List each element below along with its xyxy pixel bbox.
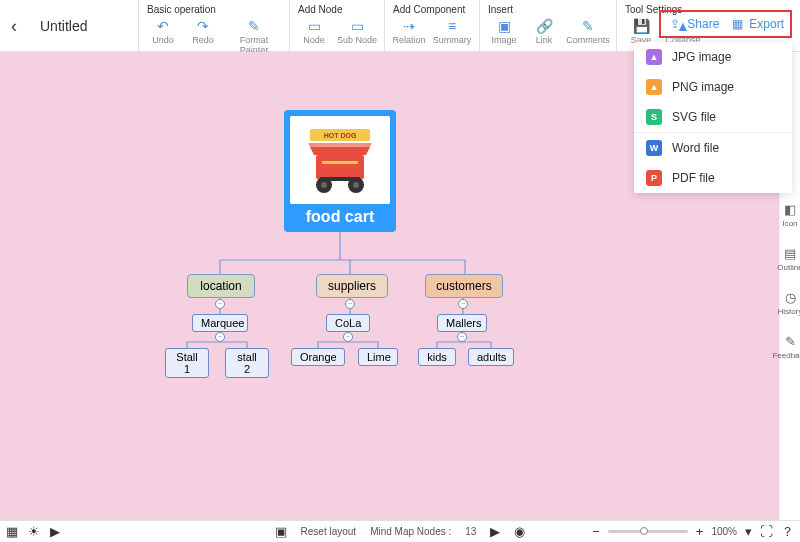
node-lime[interactable]: Lime bbox=[358, 348, 398, 366]
toolbar-group-add-component: Add Component ⇢Relation ≡Summary bbox=[384, 0, 479, 52]
statusbar: ▦ ☀ ▶ ▣ Reset layout Mind Map Nodes : 13… bbox=[0, 520, 800, 542]
share-export-bar: ⇪ Share ▦ Export bbox=[659, 10, 792, 38]
feedback-icon: ✎ bbox=[772, 334, 800, 349]
svg-rect-2 bbox=[316, 155, 364, 179]
export-png[interactable]: ▲PNG image bbox=[634, 72, 792, 102]
nodes-count: 13 bbox=[465, 526, 476, 537]
nodes-navigate-icon[interactable]: ▶ bbox=[490, 524, 500, 539]
node-button[interactable]: ▭Node bbox=[296, 17, 332, 45]
undo-button[interactable]: ↶Undo bbox=[145, 17, 181, 55]
root-image: HOT DOG bbox=[290, 116, 390, 204]
node-icon: ▭ bbox=[296, 17, 332, 35]
food-cart-icon: HOT DOG bbox=[300, 121, 380, 199]
word-icon: W bbox=[646, 140, 662, 156]
zoom-slider[interactable] bbox=[608, 530, 688, 533]
toolbar-group-basic: Basic operation ↶Undo ↷Redo ✎Format Pain… bbox=[138, 0, 289, 52]
node-marquee[interactable]: Marquee bbox=[192, 314, 248, 332]
node-kids[interactable]: kids bbox=[418, 348, 456, 366]
export-icon: ▦ bbox=[729, 16, 745, 32]
svg-rect-8 bbox=[320, 177, 360, 181]
svg-text:HOT DOG: HOT DOG bbox=[324, 132, 357, 139]
history-icon: ◷ bbox=[778, 290, 800, 305]
node-location[interactable]: location bbox=[187, 274, 255, 298]
svg-point-7 bbox=[353, 182, 359, 188]
export-svg[interactable]: SSVG file bbox=[634, 102, 792, 132]
comments-icon: ✎ bbox=[566, 17, 610, 35]
toolbar-group-label: Basic operation bbox=[145, 4, 283, 15]
collapse-toggle[interactable]: − bbox=[458, 299, 468, 309]
toolbar-group-label: Add Component bbox=[391, 4, 473, 15]
sidepanel-icon[interactable]: ◧Icon bbox=[782, 202, 797, 228]
topbar: ‹ Untitled Basic operation ↶Undo ↷Redo ✎… bbox=[0, 0, 800, 52]
image-icon: ▣ bbox=[486, 17, 522, 35]
toolbar-group-add-node: Add Node ▭Node ▭Sub Node bbox=[289, 0, 384, 52]
sub-node-icon: ▭ bbox=[336, 17, 378, 35]
fullscreen-icon[interactable]: ⛶ bbox=[760, 524, 773, 539]
share-button[interactable]: ⇪ Share bbox=[667, 16, 719, 32]
node-suppliers[interactable]: suppliers bbox=[316, 274, 388, 298]
export-word[interactable]: WWord file bbox=[634, 133, 792, 163]
node-customers[interactable]: customers bbox=[425, 274, 503, 298]
reset-layout-button[interactable]: Reset layout bbox=[301, 526, 357, 537]
sub-node-button[interactable]: ▭Sub Node bbox=[336, 17, 378, 45]
help-icon[interactable]: ？ bbox=[781, 523, 794, 541]
save-button[interactable]: 💾Save bbox=[623, 17, 659, 45]
export-jpg[interactable]: ▲JPG image bbox=[634, 42, 792, 72]
nodes-label: Mind Map Nodes : bbox=[370, 526, 451, 537]
png-icon: ▲ bbox=[646, 79, 662, 95]
save-icon: 💾 bbox=[623, 17, 659, 35]
collapse-toggle[interactable]: − bbox=[215, 332, 225, 342]
toolbar: Basic operation ↶Undo ↷Redo ✎Format Pain… bbox=[138, 0, 709, 52]
relation-button[interactable]: ⇢Relation bbox=[391, 17, 427, 45]
collapse-toggle[interactable]: − bbox=[345, 299, 355, 309]
collapse-toggle[interactable]: − bbox=[343, 332, 353, 342]
undo-icon: ↶ bbox=[145, 17, 181, 35]
theme-toggle-icon[interactable]: ☀ bbox=[28, 524, 40, 539]
link-button[interactable]: 🔗Link bbox=[526, 17, 562, 45]
node-mallers[interactable]: Mallers bbox=[437, 314, 487, 332]
grid-toggle-icon[interactable]: ▦ bbox=[6, 524, 18, 539]
redo-button[interactable]: ↷Redo bbox=[185, 17, 221, 55]
reset-layout-icon[interactable]: ▣ bbox=[275, 524, 287, 539]
share-icon: ⇪ bbox=[667, 16, 683, 32]
comments-button[interactable]: ✎Comments bbox=[566, 17, 610, 45]
summary-button[interactable]: ≡Summary bbox=[431, 17, 473, 45]
format-painter-button[interactable]: ✎Format Painter bbox=[225, 17, 283, 55]
outline-icon: ▤ bbox=[777, 246, 800, 261]
export-pdf[interactable]: PPDF file bbox=[634, 163, 792, 193]
svg-icon: S bbox=[646, 109, 662, 125]
summary-icon: ≡ bbox=[431, 17, 473, 35]
pdf-icon: P bbox=[646, 170, 662, 186]
zoom-in-button[interactable]: + bbox=[696, 524, 704, 539]
zoom-level: 100% bbox=[711, 526, 737, 537]
format-painter-icon: ✎ bbox=[225, 17, 283, 35]
image-button[interactable]: ▣Image bbox=[486, 17, 522, 45]
export-menu: ▲JPG image ▲PNG image SSVG file WWord fi… bbox=[634, 42, 792, 193]
node-orange[interactable]: Orange bbox=[291, 348, 345, 366]
toolbar-group-label: Add Node bbox=[296, 4, 378, 15]
back-button[interactable]: ‹ bbox=[0, 0, 28, 52]
collapse-toggle[interactable]: − bbox=[215, 299, 225, 309]
node-cola[interactable]: CoLa bbox=[326, 314, 370, 332]
presentation-icon[interactable]: ▶ bbox=[50, 524, 60, 539]
zoom-slider-knob[interactable] bbox=[640, 527, 648, 535]
visibility-icon[interactable]: ◉ bbox=[514, 524, 525, 539]
link-icon: 🔗 bbox=[526, 17, 562, 35]
node-adults[interactable]: adults bbox=[468, 348, 514, 366]
zoom-out-button[interactable]: − bbox=[592, 524, 600, 539]
svg-point-5 bbox=[321, 182, 327, 188]
node-stall1[interactable]: Stall 1 bbox=[165, 348, 209, 378]
root-node[interactable]: HOT DOG food cart bbox=[284, 110, 396, 232]
zoom-dropdown-icon[interactable]: ▾ bbox=[745, 524, 752, 539]
sidepanel-outline[interactable]: ▤Outline bbox=[777, 246, 800, 272]
sidepanel-history[interactable]: ◷History bbox=[778, 290, 800, 316]
sidepanel-feedback[interactable]: ✎Feedback bbox=[772, 334, 800, 360]
node-stall2[interactable]: stall 2 bbox=[225, 348, 269, 378]
collapse-toggle[interactable]: − bbox=[457, 332, 467, 342]
export-button[interactable]: ▦ Export bbox=[729, 16, 784, 32]
relation-icon: ⇢ bbox=[391, 17, 427, 35]
redo-icon: ↷ bbox=[185, 17, 221, 35]
svg-rect-3 bbox=[322, 161, 358, 164]
document-title[interactable]: Untitled bbox=[28, 0, 99, 52]
icon-icon: ◧ bbox=[782, 202, 797, 217]
